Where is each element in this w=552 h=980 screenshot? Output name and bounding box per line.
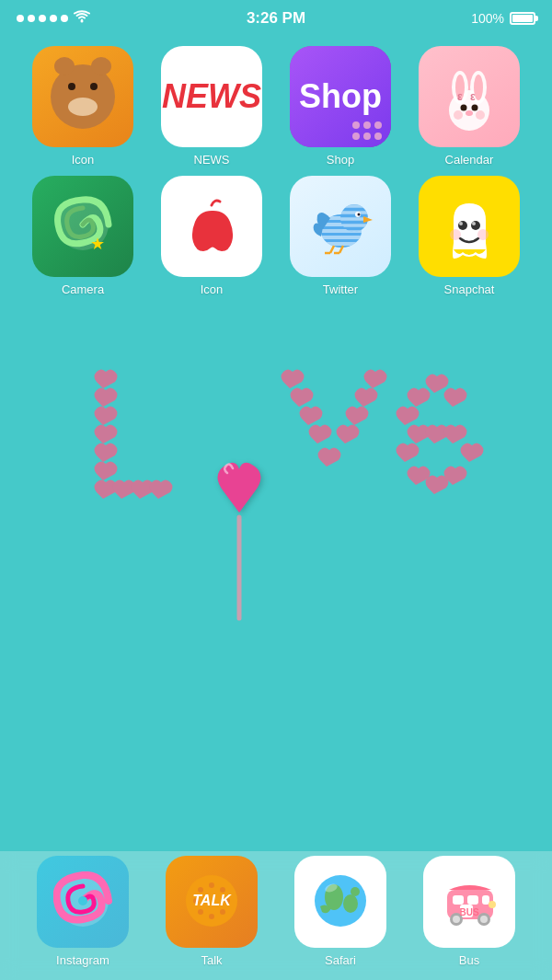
svg-point-46	[209, 882, 214, 888]
signal-dots	[17, 15, 68, 22]
app-grid-row2: ★ Camera Icon	[0, 167, 552, 296]
shop-dots	[352, 121, 382, 140]
svg-rect-61	[467, 895, 478, 905]
shop-dot-6	[374, 133, 382, 140]
svg-point-7	[472, 105, 478, 111]
svg-point-0	[81, 20, 84, 23]
bus-svg: BUS	[440, 871, 500, 931]
svg-point-51	[209, 914, 214, 919]
shop-app[interactable]: Shop Shop	[276, 46, 405, 167]
svg-point-8	[454, 110, 463, 120]
talk-svg: TALK	[182, 871, 242, 931]
bear-app[interactable]: Icon	[18, 46, 147, 167]
safari-app[interactable]: Safari	[294, 856, 386, 967]
svg-rect-62	[482, 895, 489, 905]
news-icon: NEWS	[161, 46, 262, 147]
talk-label: Talk	[201, 953, 222, 967]
safari-svg	[311, 871, 371, 931]
twitter-app-label: Twitter	[323, 282, 358, 296]
svg-point-40	[477, 229, 489, 240]
svg-text:ε: ε	[470, 90, 476, 103]
apple-app[interactable]: Icon	[147, 176, 276, 296]
bear-app-label: Icon	[72, 153, 95, 167]
svg-point-67	[480, 916, 488, 923]
svg-point-38	[472, 222, 476, 225]
snapchat-icon	[419, 176, 520, 277]
svg-point-39	[450, 229, 461, 240]
bus-label: Bus	[459, 953, 479, 967]
bear-eye-left	[68, 83, 75, 90]
snapchat-app-label: Snapchat	[444, 282, 495, 296]
instagram-app[interactable]: Instagram	[37, 856, 129, 967]
svg-point-56	[343, 894, 358, 913]
svg-point-50	[198, 909, 203, 915]
shop-dot-3	[374, 121, 382, 129]
bear-eyes	[68, 83, 98, 90]
bear-face	[51, 64, 115, 129]
calendar-app[interactable]: ε ε Calendar	[405, 46, 534, 167]
battery-percent: 100%	[471, 11, 504, 26]
shop-dot-5	[363, 133, 371, 140]
love-svg	[55, 333, 497, 664]
battery-icon	[510, 12, 535, 25]
bus-icon: BUS	[423, 856, 515, 948]
camera-icon: ★	[32, 176, 133, 277]
signal-dot-5	[61, 15, 68, 22]
svg-point-37	[459, 222, 463, 225]
shop-app-label: Shop	[327, 153, 354, 167]
signal-dot-3	[39, 15, 46, 22]
calendar-svg: ε ε	[432, 60, 506, 133]
svg-point-36	[471, 221, 480, 230]
svg-text:BUS: BUS	[459, 907, 478, 917]
love-area	[0, 306, 552, 692]
news-text: NEWS	[162, 80, 261, 113]
signal-dot-4	[50, 15, 57, 22]
twitter-app[interactable]: Twitter	[276, 176, 405, 296]
news-app-label: NEWS	[194, 153, 230, 167]
instagram-icon	[37, 856, 129, 948]
svg-point-30	[357, 213, 360, 215]
instagram-svg	[53, 871, 113, 931]
svg-point-10	[466, 110, 473, 116]
apple-app-label: Icon	[201, 282, 224, 296]
svg-point-69	[489, 901, 496, 908]
snapchat-app[interactable]: Snapchat	[405, 176, 534, 296]
signal-area	[17, 10, 90, 27]
status-bar: 3:26 PM 100%	[0, 0, 552, 37]
svg-text:TALK: TALK	[192, 893, 232, 908]
talk-icon: TALK	[166, 856, 258, 948]
shop-icon: Shop	[290, 46, 391, 147]
camera-app[interactable]: ★ Camera	[18, 176, 147, 296]
svg-point-52	[220, 909, 225, 915]
svg-point-9	[476, 110, 485, 120]
battery-fill	[512, 15, 533, 22]
bear-snout	[68, 98, 98, 116]
shop-text: Shop	[299, 77, 382, 116]
signal-dot-2	[28, 15, 35, 22]
shop-dot-1	[352, 121, 360, 129]
calendar-icon: ε ε	[419, 46, 520, 147]
apple-icon	[161, 176, 262, 277]
twitter-icon	[290, 176, 391, 277]
svg-line-31	[330, 246, 334, 253]
shop-dot-2	[363, 121, 371, 129]
status-time: 3:26 PM	[247, 9, 305, 28]
news-app[interactable]: NEWS NEWS	[147, 46, 276, 167]
svg-point-6	[461, 105, 467, 111]
calendar-app-label: Calendar	[445, 153, 494, 167]
wifi-icon	[74, 10, 90, 27]
svg-text:★: ★	[90, 235, 105, 253]
svg-point-35	[458, 221, 467, 230]
camera-app-label: Camera	[62, 282, 104, 296]
shop-bg: Shop	[290, 46, 391, 147]
signal-dot-1	[17, 15, 24, 22]
safari-label: Safari	[325, 953, 356, 967]
twitter-svg	[306, 192, 375, 261]
camera-svg: ★	[49, 192, 118, 261]
talk-app[interactable]: TALK Talk	[166, 856, 258, 967]
bus-app[interactable]: BUS Bus	[423, 856, 515, 967]
apple-svg	[179, 194, 244, 259]
svg-rect-60	[453, 895, 464, 905]
safari-icon	[294, 856, 386, 948]
dock: Instagram TALK Talk	[0, 851, 552, 980]
